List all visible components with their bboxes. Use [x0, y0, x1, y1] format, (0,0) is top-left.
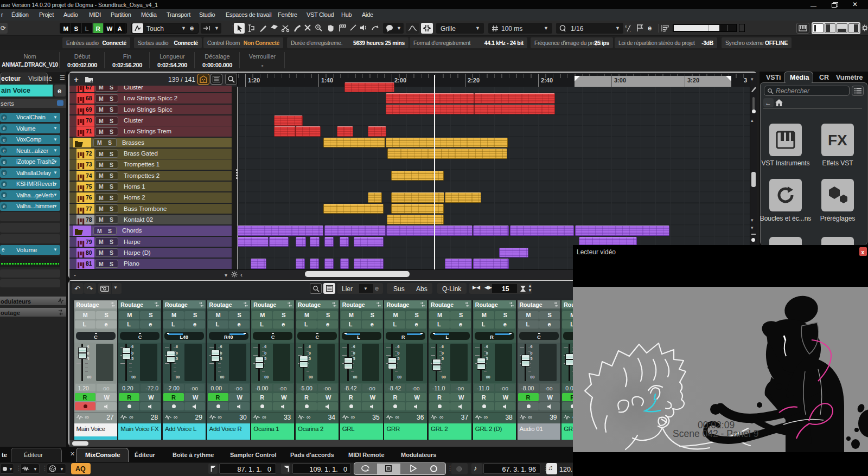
svg-text:,: ,: [630, 28, 631, 32]
svg-text:x: x: [625, 24, 627, 28]
svg-text:Scene 042 - Panel 9: Scene 042 - Panel 9: [673, 428, 759, 439]
svg-text:FX: FX: [828, 132, 847, 148]
